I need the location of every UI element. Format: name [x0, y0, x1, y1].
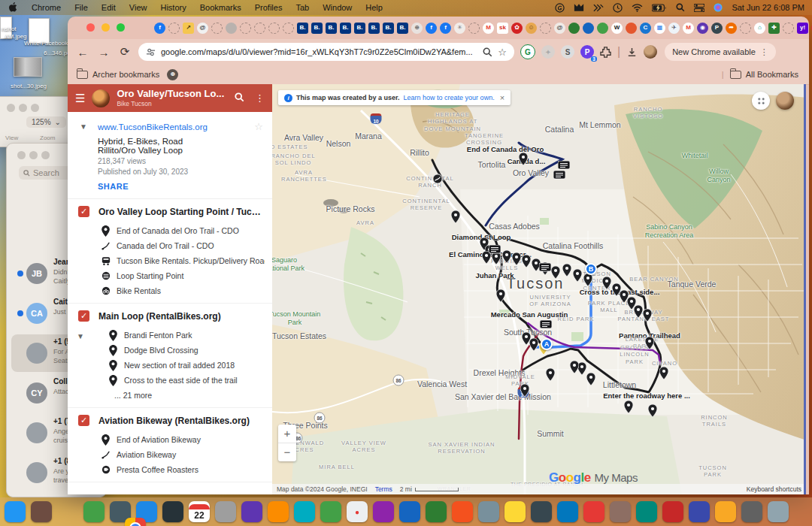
browser-tab[interactable]: [468, 23, 480, 34]
chevron-down-icon[interactable]: ▼: [80, 122, 87, 131]
map-marker[interactable]: [489, 231, 501, 254]
all-bookmarks-button[interactable]: All Bookmarks: [746, 70, 798, 79]
dock-app-icon[interactable]: [478, 501, 499, 522]
map-marker[interactable]: [519, 139, 528, 165]
profile-avatar[interactable]: [644, 45, 657, 59]
browser-tab[interactable]: sk: [497, 23, 508, 34]
window-close-button[interactable]: [7, 104, 15, 112]
forward-button[interactable]: →: [96, 46, 111, 59]
browser-tab[interactable]: W: [611, 23, 623, 34]
browser-tab[interactable]: [583, 23, 594, 34]
dock-app-icon[interactable]: [215, 501, 236, 522]
desktop-icon-label[interactable]: .AM.jpeg: [3, 33, 27, 40]
legend-item[interactable]: Cross to the east side of the trail: [108, 373, 265, 388]
legend-item[interactable]: Tucson Bike Rentals. Pickup/Delivery Roa…: [101, 253, 265, 268]
bookmark-folder-archer[interactable]: Archer bookmarks: [92, 70, 159, 79]
map-marker[interactable]: [502, 237, 511, 263]
desktop-icon-label[interactable]: shot...30.jpeg: [11, 83, 47, 89]
menu-item[interactable]: View: [123, 3, 154, 12]
browser-tab[interactable]: ▦: [654, 23, 665, 34]
back-button[interactable]: ←: [75, 46, 90, 59]
browser-tab[interactable]: ➦: [726, 23, 737, 34]
star-icon[interactable]: ☆: [254, 121, 263, 132]
legend-item[interactable]: Presta Coffee Roasters: [101, 462, 265, 477]
window-zoom-button[interactable]: [117, 23, 125, 32]
browser-tab[interactable]: ⊕: [411, 23, 423, 34]
browser-tab[interactable]: B.: [340, 23, 351, 34]
address-bar[interactable]: google.com/maps/d/u/0/viewer?mid=16r_xWL…: [138, 43, 514, 61]
banner-close-icon[interactable]: ×: [500, 93, 504, 102]
share-button[interactable]: SHARE: [98, 182, 262, 191]
browser-tab[interactable]: [254, 23, 265, 34]
dock-app-icon[interactable]: [557, 501, 578, 522]
clock-status-icon[interactable]: [613, 3, 623, 13]
map-marker[interactable]: [529, 325, 538, 351]
dock-app-icon[interactable]: [268, 501, 289, 522]
map-marker[interactable]: [645, 323, 654, 349]
map-marker[interactable]: [586, 359, 595, 385]
dock-app-icon[interactable]: [689, 501, 710, 522]
window-close-button[interactable]: [86, 23, 95, 32]
google-apps-button[interactable]: [752, 92, 770, 110]
menu-item[interactable]: Bookmarks: [193, 3, 248, 12]
dock-app-icon[interactable]: [741, 501, 762, 522]
dock-app-icon[interactable]: [5, 501, 26, 522]
menu-item[interactable]: Window: [316, 3, 359, 12]
map-marker[interactable]: [512, 239, 521, 265]
dock-app-icon[interactable]: [83, 501, 105, 522]
browser-tab[interactable]: ↗: [183, 23, 194, 34]
layer-checkbox[interactable]: ✓: [78, 310, 89, 322]
legend-item[interactable]: Loop Starting Point: [101, 268, 265, 283]
browser-menu-icon[interactable]: ⋮: [760, 47, 768, 57]
map-marker[interactable]: [570, 347, 579, 373]
banner-learn-link[interactable]: Learn how to create your own.: [404, 94, 495, 101]
browser-tab[interactable]: B.: [297, 23, 308, 34]
map-marker[interactable]: [522, 241, 531, 268]
dock-app-icon[interactable]: [125, 518, 146, 526]
zoom-in-button[interactable]: +: [278, 425, 296, 443]
menu-item[interactable]: Help: [359, 3, 389, 12]
map-marker[interactable]: [562, 250, 571, 277]
browser-tab[interactable]: B.: [326, 23, 337, 34]
map-marker[interactable]: [643, 295, 652, 322]
extension-icon[interactable]: ✦: [541, 45, 555, 59]
map-marker[interactable]: [624, 387, 633, 413]
dock-app-icon[interactable]: ●: [347, 501, 368, 522]
dock-app-icon[interactable]: [768, 501, 789, 522]
browser-tab[interactable]: ✈: [668, 23, 680, 34]
dock-app-icon[interactable]: [662, 501, 683, 522]
browser-tab[interactable]: f: [440, 23, 451, 34]
browser-tab[interactable]: ☺: [526, 23, 537, 34]
window-minimize-button[interactable]: [29, 151, 38, 159]
panel-menu-icon[interactable]: ⋮: [255, 92, 265, 104]
dock-app-icon[interactable]: [452, 501, 473, 522]
legend-item[interactable]: Aviation Bikeway: [101, 447, 265, 462]
account-avatar[interactable]: [776, 92, 794, 110]
dock-app-icon[interactable]: [241, 501, 262, 522]
dock-app-icon[interactable]: [294, 501, 315, 522]
legend-item[interactable]: End of Aviation Bikeway: [101, 432, 265, 447]
dock-app-icon[interactable]: [320, 501, 341, 522]
bookmark-favicon[interactable]: ⊕: [167, 69, 178, 80]
downloads-icon[interactable]: [626, 47, 638, 58]
map-marker[interactable]: [553, 157, 565, 180]
map-marker[interactable]: [432, 160, 443, 184]
map-marker[interactable]: [451, 197, 460, 223]
dock-app-icon[interactable]: [715, 501, 736, 522]
zoom-level-control[interactable]: 125% ⌄: [26, 116, 66, 128]
map-marker[interactable]: [634, 292, 643, 318]
browser-tab[interactable]: B.: [383, 23, 394, 34]
new-chrome-button[interactable]: New Chrome available ⋮: [665, 43, 776, 61]
siri-icon[interactable]: [714, 3, 723, 12]
chevron-down-icon[interactable]: ▼: [77, 332, 84, 340]
browser-tab[interactable]: M: [683, 23, 694, 34]
map-marker[interactable]: [520, 370, 529, 397]
map-marker[interactable]: [648, 391, 657, 417]
map-marker[interactable]: A A: [547, 344, 553, 350]
desktop-icon-label[interactable]: White-Facebook: [24, 40, 68, 47]
browser-tab[interactable]: [597, 23, 608, 34]
search-icon[interactable]: [235, 92, 244, 102]
browser-tab[interactable]: y!: [797, 23, 808, 34]
browser-tab[interactable]: f: [154, 23, 165, 34]
browser-tab[interactable]: [740, 23, 751, 34]
